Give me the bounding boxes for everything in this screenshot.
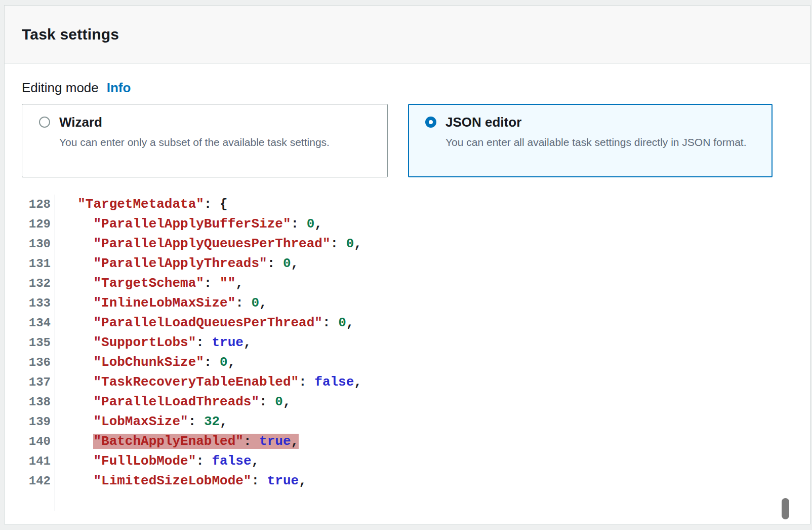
radio-unselected-icon[interactable]: [39, 117, 50, 128]
line-number: 142: [5, 471, 55, 491]
tile-wizard[interactable]: WizardYou can enter only a subset of the…: [22, 104, 388, 177]
tile-json-editor[interactable]: JSON editorYou can enter all available t…: [408, 104, 773, 177]
json-code-editor[interactable]: 128 "TargetMetadata": {129 "ParallelAppl…: [5, 195, 810, 491]
tile-text: WizardYou can enter only a subset of the…: [59, 115, 330, 177]
gutter-divider: [55, 195, 371, 511]
line-number: 128: [5, 195, 55, 214]
tile-description: You can enter all available task setting…: [445, 134, 747, 151]
line-number: 130: [5, 234, 55, 254]
editing-mode-label: Editing mode: [22, 80, 99, 96]
line-number: 136: [5, 353, 55, 372]
line-number: 141: [5, 451, 55, 471]
tile-text: JSON editorYou can enter all available t…: [445, 115, 747, 176]
info-link[interactable]: Info: [107, 80, 131, 96]
line-number: 138: [5, 392, 55, 412]
line-number: 133: [5, 293, 55, 313]
line-number: 132: [5, 274, 55, 293]
panel-header: Task settings: [5, 6, 810, 64]
panel-title: Task settings: [22, 26, 119, 43]
line-number: 137: [5, 372, 55, 392]
tile-description: You can enter only a subset of the avail…: [59, 134, 330, 151]
line-number: 131: [5, 254, 55, 274]
tile-title: Wizard: [59, 115, 330, 130]
radio-selected-icon[interactable]: [425, 117, 436, 128]
editing-mode-tiles: WizardYou can enter only a subset of the…: [22, 104, 810, 177]
editing-mode-row: Editing mode Info: [22, 80, 810, 96]
line-number: 135: [5, 333, 55, 353]
line-number: 139: [5, 412, 55, 432]
line-number: 129: [5, 214, 55, 234]
task-settings-panel: Task settings Editing mode Info WizardYo…: [4, 5, 810, 524]
panel-body: Editing mode Info WizardYou can enter on…: [5, 80, 810, 530]
line-number: 134: [5, 313, 55, 333]
scrollbar-thumb[interactable]: [782, 498, 789, 519]
line-number: 140: [5, 432, 55, 451]
tile-title: JSON editor: [445, 115, 747, 130]
